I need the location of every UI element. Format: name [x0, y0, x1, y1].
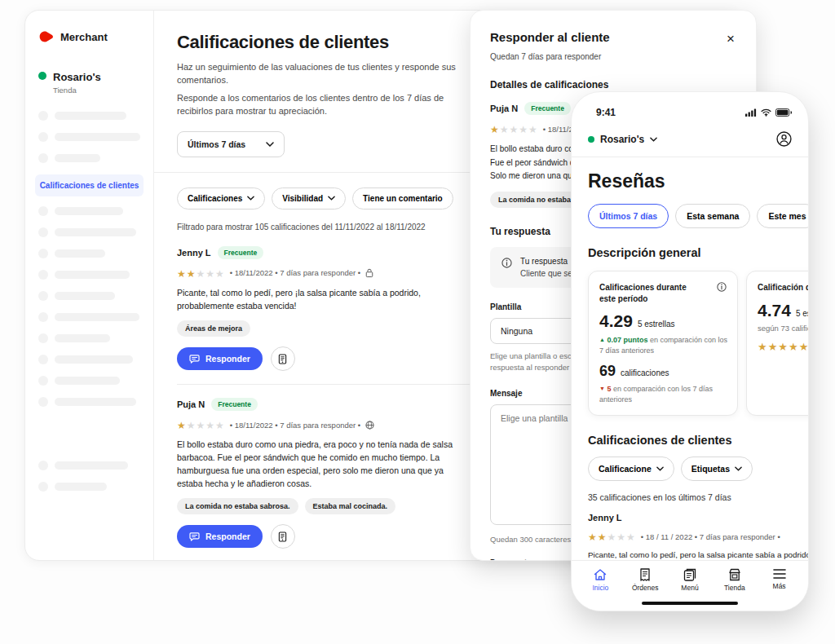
hamburger-icon	[773, 568, 786, 580]
note-button[interactable]	[271, 524, 295, 549]
customer-frequency-badge: Frecuente	[524, 102, 571, 115]
skeleton-nav-item	[35, 330, 144, 346]
lifetime-rating-unit: 5 estrellas	[796, 309, 809, 318]
globe-icon	[365, 421, 374, 430]
store-name: Rosario's	[53, 71, 101, 83]
chat-bubble-icon	[189, 532, 200, 541]
divider	[572, 157, 808, 157]
brand-name: Merchant	[60, 31, 108, 43]
chevron-down-icon	[735, 466, 742, 471]
skeleton-nav-item	[35, 108, 144, 124]
up-triangle-icon: ▲	[599, 337, 605, 342]
card-title: Calificación de por vida	[758, 282, 809, 293]
chevron-down-icon	[656, 466, 664, 471]
home-icon	[593, 568, 607, 581]
status-bar-time: 9:41	[588, 107, 616, 118]
skeleton-nav-item	[35, 479, 144, 495]
brand-logo-row: Merchant	[35, 25, 144, 48]
respond-button[interactable]: Responder	[177, 347, 263, 370]
profile-icon[interactable]	[776, 131, 792, 147]
lifetime-based-on: según 73 calificaciones	[758, 324, 809, 333]
nav-label: Menú	[681, 584, 698, 592]
info-icon[interactable]	[717, 282, 727, 292]
cell-signal-icon	[745, 108, 757, 117]
review-tag: La comida no estaba sabrosa.	[177, 498, 298, 514]
date-range-value: Últimos 7 días	[188, 139, 245, 149]
chevron-down-icon	[247, 196, 254, 201]
ratings-count-unit: calificaciones	[621, 368, 669, 377]
filter-label: Etiquetas	[691, 464, 730, 474]
review-item: Jenny L Frecuente ★★★★★ • 18/11/2022 • 7…	[177, 246, 471, 372]
filter-visibility-label: Visibilidad	[282, 194, 323, 203]
chevron-down-icon	[266, 142, 274, 147]
phone-page-title: Reseñas	[588, 170, 792, 192]
chevron-down-icon	[650, 137, 657, 142]
period-rating-unit: 5 estrellas	[638, 320, 675, 329]
tab-this-week[interactable]: Esta semana	[675, 204, 750, 228]
star-rating: ★★★★★	[588, 529, 636, 544]
ratings-main-content: Calificaciones de clientes Haz un seguim…	[154, 11, 497, 560]
phone-filter-tags-pill[interactable]: Etiquetas	[681, 457, 753, 481]
phone-filter-ratings-pill[interactable]: Calificacione	[588, 457, 674, 481]
close-icon[interactable]: ×	[725, 30, 736, 47]
tab-last-7-days[interactable]: Últimos 7 días	[588, 204, 669, 228]
store-open-dot-icon	[38, 72, 46, 80]
lock-icon	[365, 268, 373, 278]
sidebar: Merchant Rosario's Tienda Calificaciones…	[25, 11, 154, 560]
delta-value: 5	[607, 385, 611, 393]
panel-details-heading: Detalles de calificaciones	[490, 79, 736, 90]
star-rating: ★★★★★	[177, 266, 225, 280]
review-tag: Estaba mal cocinada.	[305, 498, 396, 514]
store-open-dot-icon	[588, 136, 594, 143]
date-range-dropdown[interactable]: Últimos 7 días	[177, 131, 285, 157]
phone-store-name: Rosario's	[600, 134, 644, 145]
panel-deadline: Quedan 7 días para responder	[490, 52, 736, 61]
respond-button-label: Responder	[205, 532, 250, 541]
sidebar-item-calificaciones[interactable]: Calificaciones de clientes	[35, 174, 144, 196]
panel-title: Responder al cliente	[490, 30, 610, 44]
menu-doc-icon	[683, 568, 696, 581]
review-meta: • 18/11/2022 • 7 días para responder •	[230, 421, 360, 430]
star-rating: ★★★★★	[758, 339, 809, 354]
reviewer-name: Jenny L	[177, 248, 211, 258]
respond-button[interactable]: Responder	[177, 525, 263, 548]
nav-item-mas[interactable]: Más	[757, 568, 802, 611]
battery-icon	[775, 108, 792, 117]
lifetime-rating-value: 4.74	[758, 301, 791, 320]
doordash-logo-icon	[38, 29, 55, 45]
nav-label: Más	[773, 582, 786, 590]
review-meta: • 18 / 11 / 2022 • 7 días para responder…	[641, 532, 780, 541]
store-icon	[728, 568, 741, 581]
note-button[interactable]	[271, 346, 295, 371]
period-rating-value: 4.29	[599, 311, 633, 331]
tab-label: Esta semana	[687, 211, 739, 221]
down-triangle-icon: ▼	[599, 386, 605, 391]
star-rating: ★★★★★	[177, 417, 225, 432]
chat-bubble-icon	[189, 355, 200, 364]
phone-store-selector[interactable]: Rosario's	[588, 134, 657, 145]
page-description-1: Haz un seguimiento de las valuaciones de…	[177, 61, 466, 87]
skeleton-nav-item	[35, 457, 144, 474]
section-divider	[154, 172, 497, 173]
filter-ratings-pill[interactable]: Calificaciones	[177, 187, 265, 210]
nav-label: Órdenes	[632, 584, 659, 592]
delta-value: 0.07 puntos	[607, 336, 647, 344]
customer-frequency-badge: Frecuente	[218, 246, 264, 259]
customer-frequency-badge: Frecuente	[211, 398, 258, 411]
filter-visibility-pill[interactable]: Visibilidad	[272, 187, 346, 210]
home-indicator[interactable]	[642, 602, 738, 605]
skeleton-nav-item	[35, 394, 144, 410]
nav-label: Tienda	[724, 584, 745, 592]
review-meta: • 18/11/2022 • 7 días para responder •	[230, 268, 360, 277]
filter-summary: Filtrado para mostrar 105 calificaciones…	[177, 223, 497, 232]
skeleton-nav-item	[35, 373, 144, 389]
filter-has-comment-label: Tiene un comentario	[363, 194, 443, 203]
tab-this-month[interactable]: Este mes	[757, 204, 809, 228]
filter-label: Calificacione	[599, 464, 652, 474]
note-icon	[278, 532, 287, 542]
phone-ratings-heading: Calificaciones de clientes	[588, 434, 792, 447]
skeleton-nav-item	[35, 288, 144, 304]
filter-has-comment-pill[interactable]: Tiene un comentario	[352, 187, 453, 210]
nav-item-inicio[interactable]: Inicio	[578, 568, 623, 611]
store-selector[interactable]: Rosario's Tienda	[35, 69, 144, 95]
